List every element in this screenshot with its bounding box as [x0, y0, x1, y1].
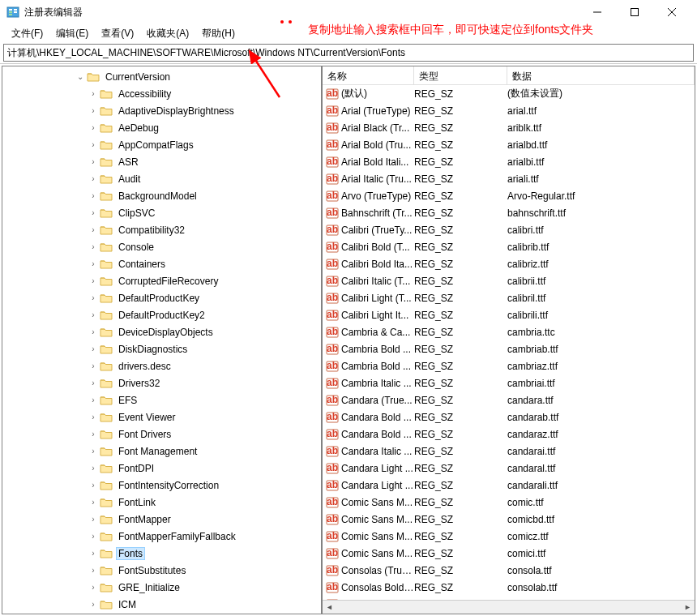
chevron-right-icon[interactable]: › [87, 566, 100, 575]
chevron-right-icon[interactable]: › [87, 259, 100, 268]
list-row[interactable]: abArvo (TrueType)REG_SZArvo-Regular.ttf [323, 187, 695, 204]
tree-item[interactable]: ›ClipSVC [2, 204, 321, 221]
list-row[interactable]: abCandara Bold ...REG_SZcandaraz.ttf [323, 426, 695, 443]
chevron-right-icon[interactable]: › [87, 310, 100, 319]
list-row[interactable]: abCandara (True...REG_SZcandara.ttf [323, 391, 695, 409]
menu-edit[interactable]: 编辑(E) [51, 25, 93, 42]
list-row[interactable]: abCalibri Bold (T...REG_SZcalibrib.ttf [323, 238, 695, 255]
list-row[interactable]: abCalibri Light It...REG_SZcalibrili.ttf [323, 306, 695, 323]
chevron-right-icon[interactable]: › [87, 583, 100, 592]
chevron-right-icon[interactable]: › [87, 430, 100, 438]
chevron-right-icon[interactable]: › [87, 191, 100, 200]
tree-item[interactable]: ›FontMapper [2, 511, 321, 528]
tree-item[interactable]: ›FontLink [2, 494, 321, 511]
tree-item[interactable]: ›FontSubstitutes [2, 562, 321, 579]
chevron-right-icon[interactable]: › [87, 140, 100, 149]
chevron-right-icon[interactable]: › [87, 361, 100, 370]
tree-pane[interactable]: ⌄CurrentVersion›Accessibility›AdaptiveDi… [2, 66, 322, 614]
menu-help[interactable]: 帮助(H) [197, 25, 240, 42]
list-row[interactable]: abBahnschrift (Tr...REG_SZbahnschrift.tt… [323, 204, 695, 221]
list-row[interactable]: abCandara Light ...REG_SZcandaral.ttf [323, 460, 695, 477]
chevron-right-icon[interactable]: › [87, 225, 100, 234]
menu-view[interactable]: 查看(V) [96, 25, 139, 42]
chevron-right-icon[interactable]: › [87, 549, 100, 558]
horizontal-scrollbar[interactable]: ◄ ► [323, 600, 695, 614]
scroll-left-icon[interactable]: ◄ [323, 603, 336, 611]
list-row[interactable]: abConsolas (True...REG_SZconsola.ttf [323, 562, 695, 579]
chevron-right-icon[interactable]: › [87, 447, 100, 456]
tree-item[interactable]: ›BackgroundModel [2, 187, 321, 204]
list-row[interactable]: abCalibri Light (T...REG_SZcalibril.ttf [323, 289, 695, 306]
chevron-right-icon[interactable]: › [87, 344, 100, 353]
chevron-right-icon[interactable]: › [87, 89, 100, 98]
tree-item[interactable]: ›FontDPI [2, 460, 321, 477]
list-row[interactable]: abCambria Bold ...REG_SZcambriaz.ttf [323, 357, 695, 374]
list-row[interactable]: ab(默认)REG_SZ(数值未设置) [323, 85, 695, 102]
menu-favorites[interactable]: 收藏夹(A) [142, 25, 194, 42]
list-row[interactable]: abComic Sans M...REG_SZcomic.ttf [323, 494, 695, 511]
tree-item[interactable]: ›FontMapperFamilyFallback [2, 528, 321, 545]
list-row[interactable]: abCambria Bold ...REG_SZcambriab.ttf [323, 340, 695, 357]
close-button[interactable] [653, 0, 691, 24]
list-row[interactable]: abCandara Light ...REG_SZcandarali.ttf [323, 477, 695, 494]
list-row[interactable]: abCandara Bold ...REG_SZcandarab.ttf [323, 409, 695, 426]
address-bar[interactable] [3, 44, 694, 62]
tree-item-parent[interactable]: ⌄CurrentVersion [2, 68, 321, 85]
tree-item[interactable]: ›Fonts [2, 545, 321, 562]
tree-item[interactable]: ›drivers.desc [2, 357, 321, 374]
tree-item[interactable]: ›Drivers32 [2, 374, 321, 391]
tree-item[interactable]: ›DefaultProductKey2 [2, 306, 321, 323]
chevron-right-icon[interactable]: › [87, 157, 100, 166]
tree-item[interactable]: ›DefaultProductKey [2, 289, 321, 306]
list-row[interactable]: abCandara Italic ...REG_SZcandarai.ttf [323, 443, 695, 460]
chevron-right-icon[interactable]: › [87, 464, 100, 473]
tree-item[interactable]: ›GRE_Initialize [2, 579, 321, 596]
chevron-right-icon[interactable]: › [87, 600, 100, 609]
list-row[interactable]: abCambria & Ca...REG_SZcambria.ttc [323, 323, 695, 340]
chevron-right-icon[interactable]: › [87, 379, 100, 387]
chevron-right-icon[interactable]: › [87, 242, 100, 251]
scroll-right-icon[interactable]: ► [681, 603, 695, 611]
chevron-right-icon[interactable]: › [87, 481, 100, 490]
list-row[interactable]: abComic Sans M...REG_SZcomicbd.ttf [323, 511, 695, 528]
menu-file[interactable]: 文件(F) [6, 25, 48, 42]
chevron-right-icon[interactable]: › [87, 515, 100, 524]
column-data[interactable]: 数据 [507, 66, 695, 84]
chevron-right-icon[interactable]: › [87, 123, 100, 132]
tree-item[interactable]: ›Containers [2, 255, 321, 272]
tree-item[interactable]: ›Font Drivers [2, 426, 321, 443]
list-row[interactable]: abArial Bold (Tru...REG_SZarialbd.ttf [323, 136, 695, 153]
tree-item[interactable]: ›Font Management [2, 443, 321, 460]
tree-item[interactable]: ›Console [2, 238, 321, 255]
chevron-right-icon[interactable]: › [87, 327, 100, 336]
tree-item[interactable]: ›FontIntensityCorrection [2, 477, 321, 494]
column-name[interactable]: 名称 [323, 66, 414, 84]
tree-item[interactable]: ›ASR [2, 153, 321, 170]
tree-item[interactable]: ›AdaptiveDisplayBrightness [2, 102, 321, 119]
list-row[interactable]: abCalibri Italic (T...REG_SZcalibrii.ttf [323, 272, 695, 289]
address-input[interactable] [7, 47, 690, 58]
chevron-right-icon[interactable]: › [87, 293, 100, 302]
tree-item[interactable]: ›AeDebug [2, 119, 321, 136]
chevron-right-icon[interactable]: › [87, 532, 100, 541]
list-row[interactable]: abCambria Italic ...REG_SZcambriai.ttf [323, 374, 695, 391]
list-row[interactable]: abConsolas Bold ...REG_SZconsolab.ttf [323, 579, 695, 596]
list-row[interactable]: abArial Black (Tr...REG_SZariblk.ttf [323, 119, 695, 136]
list-row[interactable]: abComic Sans M...REG_SZcomicz.ttf [323, 528, 695, 545]
list-row[interactable]: abCalibri Bold Ita...REG_SZcalibriz.ttf [323, 255, 695, 272]
list-row[interactable]: abArial (TrueType)REG_SZarial.ttf [323, 102, 695, 119]
tree-item[interactable]: ›Accessibility [2, 85, 321, 102]
tree-item[interactable]: ›ICM [2, 596, 321, 613]
list-row[interactable]: abArial Bold Itali...REG_SZarialbi.ttf [323, 153, 695, 170]
tree-item[interactable]: ›Audit [2, 170, 321, 187]
tree-item[interactable]: ›Image File Execution Options [2, 613, 321, 614]
tree-item[interactable]: ›EFS [2, 391, 321, 409]
list-body[interactable]: ab(默认)REG_SZ(数值未设置)abArial (TrueType)REG… [323, 85, 695, 600]
list-row[interactable]: abComic Sans M...REG_SZcomici.ttf [323, 545, 695, 562]
minimize-button[interactable] [579, 0, 616, 24]
tree-item[interactable]: ›Event Viewer [2, 409, 321, 426]
maximize-button[interactable] [616, 0, 653, 24]
chevron-right-icon[interactable]: › [87, 498, 100, 507]
chevron-right-icon[interactable]: › [87, 413, 100, 421]
chevron-right-icon[interactable]: › [87, 106, 100, 115]
